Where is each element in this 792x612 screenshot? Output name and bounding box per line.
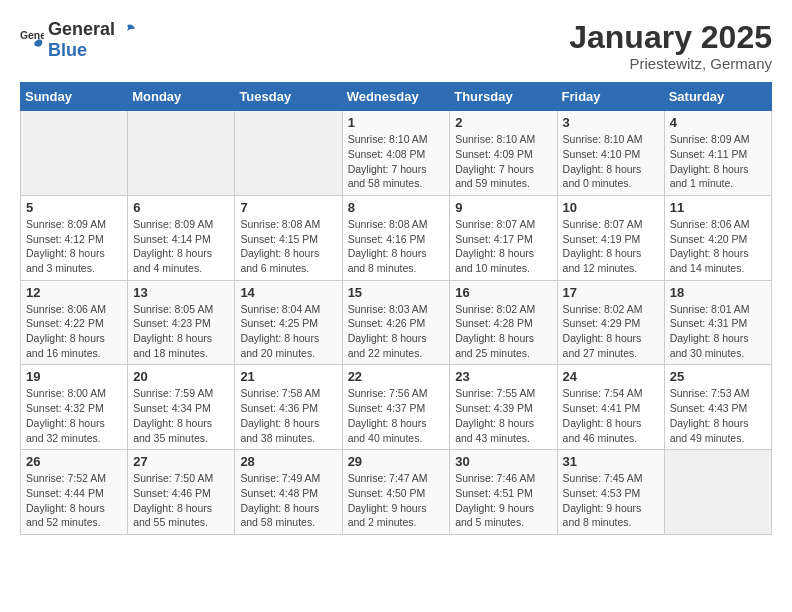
calendar-cell: 27Sunrise: 7:50 AMSunset: 4:46 PMDayligh… xyxy=(128,450,235,535)
day-number: 20 xyxy=(133,369,229,384)
day-info: Sunrise: 8:10 AMSunset: 4:09 PMDaylight:… xyxy=(455,132,551,191)
day-number: 3 xyxy=(563,115,659,130)
calendar-cell: 4Sunrise: 8:09 AMSunset: 4:11 PMDaylight… xyxy=(664,111,771,196)
day-info: Sunrise: 8:00 AMSunset: 4:32 PMDaylight:… xyxy=(26,386,122,445)
calendar-day-header: Monday xyxy=(128,83,235,111)
calendar-cell: 19Sunrise: 8:00 AMSunset: 4:32 PMDayligh… xyxy=(21,365,128,450)
day-info: Sunrise: 8:02 AMSunset: 4:29 PMDaylight:… xyxy=(563,302,659,361)
calendar-day-header: Thursday xyxy=(450,83,557,111)
calendar-cell: 7Sunrise: 8:08 AMSunset: 4:15 PMDaylight… xyxy=(235,195,342,280)
day-number: 22 xyxy=(348,369,445,384)
calendar-cell: 5Sunrise: 8:09 AMSunset: 4:12 PMDaylight… xyxy=(21,195,128,280)
calendar-cell xyxy=(21,111,128,196)
day-info: Sunrise: 8:04 AMSunset: 4:25 PMDaylight:… xyxy=(240,302,336,361)
day-number: 16 xyxy=(455,285,551,300)
title-area: January 2025 Priestewitz, Germany xyxy=(569,20,772,72)
logo: General General Blue xyxy=(20,20,137,61)
day-number: 7 xyxy=(240,200,336,215)
calendar-week-row: 5Sunrise: 8:09 AMSunset: 4:12 PMDaylight… xyxy=(21,195,772,280)
day-info: Sunrise: 8:02 AMSunset: 4:28 PMDaylight:… xyxy=(455,302,551,361)
logo-general: General xyxy=(48,20,115,41)
header: General General Blue January 2025 Priest… xyxy=(20,20,772,72)
day-info: Sunrise: 7:55 AMSunset: 4:39 PMDaylight:… xyxy=(455,386,551,445)
calendar-cell: 11Sunrise: 8:06 AMSunset: 4:20 PMDayligh… xyxy=(664,195,771,280)
day-info: Sunrise: 8:09 AMSunset: 4:14 PMDaylight:… xyxy=(133,217,229,276)
calendar-cell xyxy=(664,450,771,535)
calendar-cell: 28Sunrise: 7:49 AMSunset: 4:48 PMDayligh… xyxy=(235,450,342,535)
day-number: 27 xyxy=(133,454,229,469)
calendar-body: 1Sunrise: 8:10 AMSunset: 4:08 PMDaylight… xyxy=(21,111,772,535)
day-info: Sunrise: 8:10 AMSunset: 4:10 PMDaylight:… xyxy=(563,132,659,191)
day-info: Sunrise: 7:53 AMSunset: 4:43 PMDaylight:… xyxy=(670,386,766,445)
day-number: 19 xyxy=(26,369,122,384)
calendar-day-header: Friday xyxy=(557,83,664,111)
day-number: 17 xyxy=(563,285,659,300)
logo-bird-icon xyxy=(117,21,137,41)
day-info: Sunrise: 8:03 AMSunset: 4:26 PMDaylight:… xyxy=(348,302,445,361)
calendar-cell: 14Sunrise: 8:04 AMSunset: 4:25 PMDayligh… xyxy=(235,280,342,365)
calendar-cell: 3Sunrise: 8:10 AMSunset: 4:10 PMDaylight… xyxy=(557,111,664,196)
day-info: Sunrise: 7:50 AMSunset: 4:46 PMDaylight:… xyxy=(133,471,229,530)
day-info: Sunrise: 8:08 AMSunset: 4:15 PMDaylight:… xyxy=(240,217,336,276)
calendar-cell: 18Sunrise: 8:01 AMSunset: 4:31 PMDayligh… xyxy=(664,280,771,365)
calendar-cell: 31Sunrise: 7:45 AMSunset: 4:53 PMDayligh… xyxy=(557,450,664,535)
calendar-cell: 22Sunrise: 7:56 AMSunset: 4:37 PMDayligh… xyxy=(342,365,450,450)
day-number: 28 xyxy=(240,454,336,469)
day-number: 23 xyxy=(455,369,551,384)
day-number: 30 xyxy=(455,454,551,469)
calendar-cell: 6Sunrise: 8:09 AMSunset: 4:14 PMDaylight… xyxy=(128,195,235,280)
calendar-cell: 10Sunrise: 8:07 AMSunset: 4:19 PMDayligh… xyxy=(557,195,664,280)
day-number: 21 xyxy=(240,369,336,384)
day-info: Sunrise: 8:07 AMSunset: 4:19 PMDaylight:… xyxy=(563,217,659,276)
day-info: Sunrise: 7:49 AMSunset: 4:48 PMDaylight:… xyxy=(240,471,336,530)
day-number: 11 xyxy=(670,200,766,215)
day-info: Sunrise: 8:09 AMSunset: 4:12 PMDaylight:… xyxy=(26,217,122,276)
calendar-cell: 1Sunrise: 8:10 AMSunset: 4:08 PMDaylight… xyxy=(342,111,450,196)
logo-icon: General xyxy=(20,28,44,52)
page-title: January 2025 xyxy=(569,20,772,55)
calendar-cell: 26Sunrise: 7:52 AMSunset: 4:44 PMDayligh… xyxy=(21,450,128,535)
calendar: SundayMondayTuesdayWednesdayThursdayFrid… xyxy=(20,82,772,535)
day-number: 18 xyxy=(670,285,766,300)
calendar-cell: 12Sunrise: 8:06 AMSunset: 4:22 PMDayligh… xyxy=(21,280,128,365)
calendar-cell: 13Sunrise: 8:05 AMSunset: 4:23 PMDayligh… xyxy=(128,280,235,365)
day-number: 15 xyxy=(348,285,445,300)
day-info: Sunrise: 7:54 AMSunset: 4:41 PMDaylight:… xyxy=(563,386,659,445)
day-number: 8 xyxy=(348,200,445,215)
day-number: 29 xyxy=(348,454,445,469)
calendar-cell: 30Sunrise: 7:46 AMSunset: 4:51 PMDayligh… xyxy=(450,450,557,535)
day-number: 10 xyxy=(563,200,659,215)
day-number: 6 xyxy=(133,200,229,215)
day-info: Sunrise: 7:56 AMSunset: 4:37 PMDaylight:… xyxy=(348,386,445,445)
day-info: Sunrise: 8:06 AMSunset: 4:20 PMDaylight:… xyxy=(670,217,766,276)
day-info: Sunrise: 7:47 AMSunset: 4:50 PMDaylight:… xyxy=(348,471,445,530)
calendar-week-row: 1Sunrise: 8:10 AMSunset: 4:08 PMDaylight… xyxy=(21,111,772,196)
day-number: 12 xyxy=(26,285,122,300)
calendar-cell: 21Sunrise: 7:58 AMSunset: 4:36 PMDayligh… xyxy=(235,365,342,450)
calendar-week-row: 26Sunrise: 7:52 AMSunset: 4:44 PMDayligh… xyxy=(21,450,772,535)
calendar-week-row: 19Sunrise: 8:00 AMSunset: 4:32 PMDayligh… xyxy=(21,365,772,450)
calendar-cell: 20Sunrise: 7:59 AMSunset: 4:34 PMDayligh… xyxy=(128,365,235,450)
calendar-cell: 16Sunrise: 8:02 AMSunset: 4:28 PMDayligh… xyxy=(450,280,557,365)
calendar-cell: 25Sunrise: 7:53 AMSunset: 4:43 PMDayligh… xyxy=(664,365,771,450)
day-number: 31 xyxy=(563,454,659,469)
day-info: Sunrise: 8:08 AMSunset: 4:16 PMDaylight:… xyxy=(348,217,445,276)
calendar-header: SundayMondayTuesdayWednesdayThursdayFrid… xyxy=(21,83,772,111)
calendar-cell: 17Sunrise: 8:02 AMSunset: 4:29 PMDayligh… xyxy=(557,280,664,365)
day-info: Sunrise: 8:01 AMSunset: 4:31 PMDaylight:… xyxy=(670,302,766,361)
day-info: Sunrise: 7:58 AMSunset: 4:36 PMDaylight:… xyxy=(240,386,336,445)
logo-blue: Blue xyxy=(48,40,87,60)
day-info: Sunrise: 7:52 AMSunset: 4:44 PMDaylight:… xyxy=(26,471,122,530)
day-number: 5 xyxy=(26,200,122,215)
calendar-cell: 8Sunrise: 8:08 AMSunset: 4:16 PMDaylight… xyxy=(342,195,450,280)
calendar-cell: 24Sunrise: 7:54 AMSunset: 4:41 PMDayligh… xyxy=(557,365,664,450)
day-info: Sunrise: 8:10 AMSunset: 4:08 PMDaylight:… xyxy=(348,132,445,191)
calendar-cell: 2Sunrise: 8:10 AMSunset: 4:09 PMDaylight… xyxy=(450,111,557,196)
calendar-day-header: Tuesday xyxy=(235,83,342,111)
day-info: Sunrise: 7:59 AMSunset: 4:34 PMDaylight:… xyxy=(133,386,229,445)
calendar-cell xyxy=(128,111,235,196)
day-number: 14 xyxy=(240,285,336,300)
calendar-cell: 15Sunrise: 8:03 AMSunset: 4:26 PMDayligh… xyxy=(342,280,450,365)
calendar-header-row: SundayMondayTuesdayWednesdayThursdayFrid… xyxy=(21,83,772,111)
day-info: Sunrise: 8:05 AMSunset: 4:23 PMDaylight:… xyxy=(133,302,229,361)
